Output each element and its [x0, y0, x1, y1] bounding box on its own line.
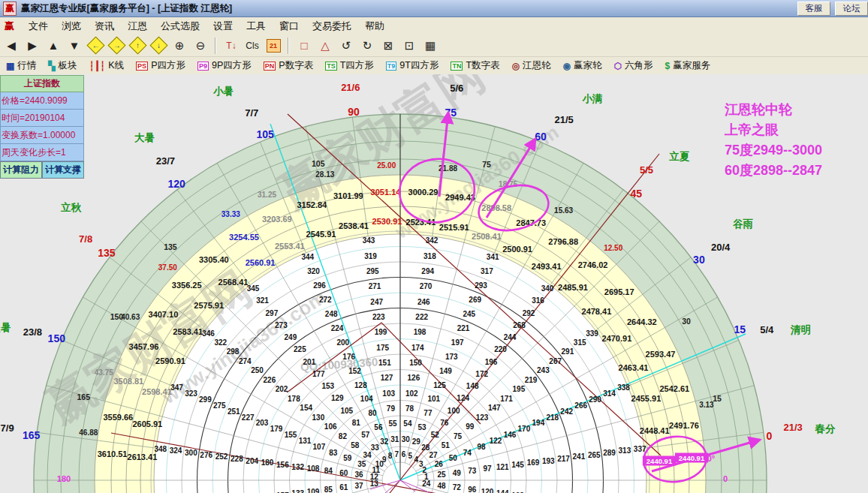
cls-icon[interactable]: Cls: [243, 37, 262, 55]
annotation-line: 75度2949--3000: [725, 140, 822, 161]
shift-up-icon[interactable]: ↑: [128, 37, 147, 55]
svg-text:145: 145: [511, 461, 524, 469]
svg-text:2500.91: 2500.91: [502, 245, 532, 254]
view-button-label: 板块: [59, 59, 77, 72]
svg-text:3101.99: 3101.99: [333, 191, 363, 200]
center-icon[interactable]: ⊡: [399, 37, 419, 55]
forum-button[interactable]: 论坛: [835, 2, 868, 16]
svg-text:248: 248: [325, 310, 338, 318]
svg-text:297: 297: [266, 309, 279, 317]
view-button-9T四方形[interactable]: T99T四方形: [380, 59, 445, 72]
nav-right-icon[interactable]: ▶: [23, 37, 42, 55]
svg-text:79: 79: [387, 404, 396, 413]
view-button-六角形[interactable]: ⬡六角形: [608, 59, 659, 72]
menu-item[interactable]: 资讯: [88, 18, 121, 35]
view-button-板块[interactable]: ▚板块: [42, 59, 83, 72]
triangle-tool-icon[interactable]: △: [315, 37, 335, 55]
svg-text:76: 76: [440, 419, 449, 427]
menu-item[interactable]: 公式选股: [154, 18, 206, 35]
view-button-P四方形[interactable]: PSP四方形: [130, 59, 191, 72]
sort-icon[interactable]: T↓: [222, 37, 241, 55]
zoom-in-icon[interactable]: ⊕: [170, 37, 189, 55]
menu-item[interactable]: 帮助: [358, 18, 391, 35]
svg-text:2515.91: 2515.91: [439, 223, 469, 232]
customer-service-button[interactable]: 客服: [797, 2, 830, 16]
svg-text:179: 179: [270, 425, 283, 433]
svg-text:25: 25: [437, 470, 446, 479]
svg-text:228: 228: [231, 455, 243, 463]
svg-text:204: 204: [246, 457, 258, 465]
menu-item[interactable]: 设置: [206, 18, 240, 35]
svg-text:155: 155: [285, 431, 297, 439]
svg-text:104: 104: [360, 395, 373, 403]
calc-support-button[interactable]: 计算支撑: [42, 161, 84, 179]
menu-item[interactable]: 交易委托: [306, 18, 358, 35]
calendar-icon[interactable]: 21: [264, 37, 283, 55]
svg-text:180: 180: [261, 458, 274, 467]
menu-item[interactable]: 浏览: [55, 18, 88, 35]
svg-text:3407.10: 3407.10: [149, 310, 179, 319]
menu-item[interactable]: 文件: [22, 18, 55, 35]
svg-text:2545.91: 2545.91: [306, 230, 336, 239]
svg-text:23/7: 23/7: [156, 155, 175, 167]
svg-text:324: 324: [170, 446, 182, 455]
svg-text:75: 75: [445, 107, 457, 119]
view-button-9P四方形[interactable]: P99P四方形: [191, 59, 258, 72]
svg-text:243: 243: [537, 366, 550, 374]
svg-text:2553.41: 2553.41: [275, 242, 305, 251]
view-button-行情[interactable]: ▦行情: [0, 59, 42, 72]
svg-text:320: 320: [307, 267, 320, 275]
svg-text:25.00: 25.00: [377, 161, 396, 170]
menu-item[interactable]: 工具: [240, 18, 273, 35]
svg-text:177: 177: [312, 370, 325, 378]
svg-text:2508.41: 2508.41: [472, 232, 502, 241]
svg-text:28.13: 28.13: [315, 170, 334, 179]
shift-left-icon[interactable]: ←: [86, 37, 105, 55]
board-icon[interactable]: ▦: [420, 37, 440, 55]
view-button-赢家轮[interactable]: ◉赢家轮: [557, 59, 608, 72]
shift-down-icon[interactable]: ↓: [149, 37, 168, 55]
svg-text:33.33: 33.33: [222, 210, 240, 218]
svg-text:198: 198: [414, 328, 426, 336]
menu-logo-icon: 赢: [5, 20, 14, 33]
view-button-K线[interactable]: ┆┃┆K线: [83, 59, 131, 72]
square-tool-icon[interactable]: □: [294, 37, 314, 55]
nav-down-icon[interactable]: ▼: [65, 37, 84, 55]
svg-text:13: 13: [370, 479, 379, 488]
svg-text:3254.55: 3254.55: [229, 233, 259, 242]
fit-icon[interactable]: ⊠: [378, 37, 398, 55]
svg-text:3.13: 3.13: [699, 401, 714, 409]
menu-item[interactable]: 窗口: [273, 18, 306, 35]
svg-text:57: 57: [361, 431, 370, 439]
svg-text:171: 171: [500, 395, 513, 403]
rotate-cw-icon[interactable]: ↻: [357, 37, 377, 55]
zoom-out-icon[interactable]: ⊖: [191, 37, 210, 55]
view-button-T四方形[interactable]: TST四方形: [319, 59, 380, 72]
view-button-T数字表[interactable]: TNT数字表: [445, 59, 505, 72]
svg-text:299: 299: [199, 395, 212, 404]
shift-right-icon[interactable]: →: [107, 37, 126, 55]
svg-text:203: 203: [256, 419, 269, 427]
svg-text:3457.96: 3457.96: [129, 342, 159, 351]
svg-text:133: 133: [291, 489, 304, 493]
svg-text:135: 135: [98, 247, 116, 259]
nav-up-icon[interactable]: ▲: [44, 37, 63, 55]
svg-text:150: 150: [110, 312, 124, 321]
calc-resistance-button[interactable]: 计算阻力: [0, 161, 42, 179]
svg-text:169: 169: [527, 458, 540, 467]
menu-item[interactable]: 江恩: [121, 18, 154, 35]
view-button-P数字表[interactable]: PNP数字表: [258, 59, 319, 72]
svg-text:2949.43: 2949.43: [445, 193, 475, 202]
svg-text:241: 241: [573, 452, 586, 461]
nav-left-icon[interactable]: ◀: [2, 37, 21, 55]
annotation-line: 江恩轮中轮: [725, 100, 822, 120]
rotate-ccw-icon[interactable]: ↺: [336, 37, 356, 55]
view-button-label: 行情: [17, 59, 36, 72]
svg-text:150: 150: [48, 332, 66, 344]
svg-text:75: 75: [454, 432, 463, 440]
view-button-江恩轮[interactable]: ◎江恩轮: [506, 59, 557, 72]
view-button-赢家服务[interactable]: $赢家服务: [659, 59, 717, 72]
svg-text:35: 35: [357, 460, 366, 468]
svg-text:247: 247: [370, 298, 383, 306]
svg-text:144: 144: [496, 489, 509, 493]
